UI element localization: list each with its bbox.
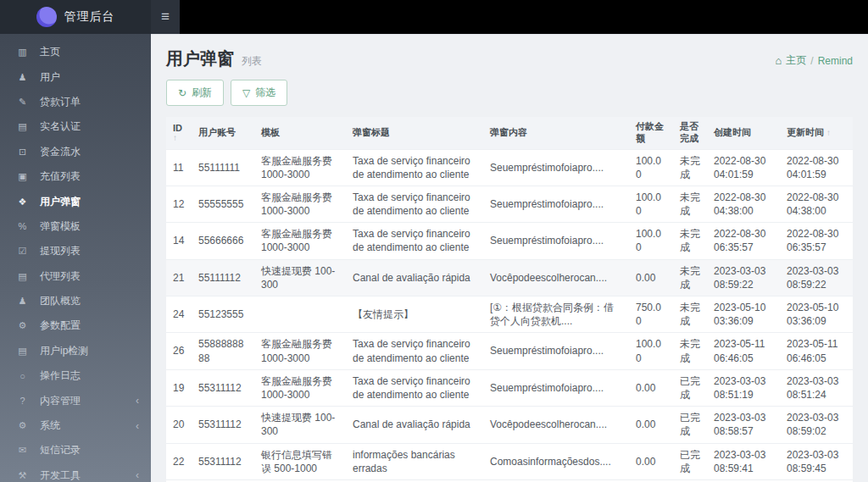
table-row[interactable]: 12 55555555 客服金融服务费 1000-3000 Taxa de se… xyxy=(166,186,853,222)
sidebar-item-loan-orders[interactable]: ✎ 贷款订单 xyxy=(0,90,151,114)
sidebar-item-operation-log[interactable]: ○ 操作日志 xyxy=(0,363,151,388)
table-row[interactable]: 22 55311112 银行信息填写错误 500-1000 informaçõe… xyxy=(166,443,853,479)
sidebar-toggle-button[interactable]: ≡ xyxy=(151,0,180,34)
sidebar-item-team-overview[interactable]: ♟ 团队概览 xyxy=(0,289,151,313)
refresh-button-label: 刷新 xyxy=(192,86,212,100)
cell-title: 【友情提示】 xyxy=(346,296,483,333)
cell-id: 21 xyxy=(166,259,192,296)
col-header-account[interactable]: 用户账号 xyxy=(192,117,254,149)
col-header-title[interactable]: 弹窗标题 xyxy=(346,117,483,149)
sidebar-item-popup-template[interactable]: % 弹窗模板 xyxy=(0,214,151,239)
table-row[interactable]: 24 55123555 【友情提示】 [①：根据贷款合同条例：借贷个人向贷款机.… xyxy=(166,296,853,333)
col-header-template[interactable]: 模板 xyxy=(254,117,346,149)
cell-template: 客服金融服务费 1000-3000 xyxy=(254,333,346,369)
cell-created: 2022-08-30 04:01:59 xyxy=(707,149,780,186)
cell-account: 55111112 xyxy=(192,259,254,296)
sort-asc-icon: ↑ xyxy=(826,128,831,137)
sidebar-item-content-mgmt[interactable]: ? 内容管理 ‹ xyxy=(0,388,151,413)
col-header-status[interactable]: 是否完成 xyxy=(673,117,707,149)
col-header-amount-label: 付款金额 xyxy=(636,121,664,143)
sidebar-item-fund-flow[interactable]: ⊡ 资金流水 xyxy=(0,140,151,164)
cell-id: 14 xyxy=(166,223,192,259)
sidebar-item-user-ip-check[interactable]: ▤ 用户ip检测 xyxy=(0,339,151,363)
refresh-icon: ↻ xyxy=(178,87,186,99)
cell-template: 客服金融服务费 1000-3000 xyxy=(254,369,346,406)
sidebar-item-label: 参数配置 xyxy=(40,319,81,333)
cell-updated: 2023-03-03 08:51:24 xyxy=(780,369,853,406)
cell-id: 22 xyxy=(166,443,192,479)
sidebar-item-users[interactable]: ♟ 用户 xyxy=(0,64,151,89)
table-row[interactable]: 19 55311112 客服金融服务费 1000-3000 Taxa de se… xyxy=(166,369,853,406)
sidebar-item-param-config[interactable]: ⚙ 参数配置 xyxy=(0,313,151,338)
sidebar-item-system[interactable]: ⚙ 系统 ‹ xyxy=(0,413,151,438)
sidebar-item-dev-tools[interactable]: ⚒ 开发工具 ‹ xyxy=(0,463,151,482)
home-icon: ⌂ xyxy=(775,54,782,67)
sidebar-item-recharge-list[interactable]: ▣ 充值列表 xyxy=(0,164,151,189)
sidebar-item-sms-records[interactable]: ✉ 短信记录 xyxy=(0,438,151,463)
sidebar-item-label: 充值列表 xyxy=(40,169,81,184)
table-row[interactable]: 21 55111112 快速提现费 100-300 Canal de avali… xyxy=(166,259,853,296)
table-row[interactable]: 26 5588888888 客服金融服务费 1000-3000 Taxa de … xyxy=(166,333,853,369)
main-content: 用户弹窗 列表 ⌂ 主页 / Remind ↻ 刷新 ▽ 筛选 ID xyxy=(151,34,868,482)
cell-updated: 2022-08-30 04:01:59 xyxy=(780,149,853,186)
table-row[interactable]: 11 55111111 客服金融服务费 1000-3000 Taxa de se… xyxy=(166,149,853,186)
cell-id: 11 xyxy=(166,149,192,186)
topbar: 管理后台 ≡ xyxy=(0,0,868,34)
cell-updated: 2023-03-03 08:59:22 xyxy=(780,259,853,296)
cell-status: 已完成 xyxy=(673,369,707,406)
id-card-icon: ▤ xyxy=(16,271,29,282)
cell-status: 未完成 xyxy=(673,333,707,369)
table-row[interactable]: 14 55666666 客服金融服务费 1000-3000 Taxa de se… xyxy=(166,223,853,259)
sort-asc-icon: ↑ xyxy=(173,133,185,142)
sidebar-item-user-popup[interactable]: ❖ 用户弹窗 xyxy=(0,189,151,213)
team-icon: ♟ xyxy=(16,296,29,307)
cell-account: 5588888888 xyxy=(192,333,254,369)
sidebar-item-label: 开发工具 xyxy=(40,468,81,482)
cell-content: Seuempréstimofoiapro.... xyxy=(483,149,629,186)
sidebar-item-label: 实名认证 xyxy=(40,119,81,134)
pen-icon: ✎ xyxy=(16,97,29,108)
refresh-button[interactable]: ↻ 刷新 xyxy=(166,80,224,106)
cell-title: Taxa de serviço financeiro de atendiment… xyxy=(346,223,483,259)
sidebar-item-label: 内容管理 xyxy=(40,394,81,408)
cell-content: Vocêpodeescolherocan.... xyxy=(483,259,629,296)
sidebar-item-label: 代理列表 xyxy=(40,269,81,284)
cell-created: 2023-05-10 03:36:09 xyxy=(707,296,780,333)
cell-content: Vocêpodeescolherocan.... xyxy=(483,407,629,443)
filter-button[interactable]: ▽ 筛选 xyxy=(231,80,287,106)
cell-id: 24 xyxy=(166,296,192,333)
col-header-content-label: 弹窗内容 xyxy=(490,127,527,137)
col-header-amount[interactable]: 付款金额 xyxy=(629,117,673,149)
cell-status: 未完成 xyxy=(673,259,707,296)
sidebar-item-withdraw-list[interactable]: ☑ 提现列表 xyxy=(0,239,151,263)
cell-updated: 2022-08-30 06:35:57 xyxy=(780,223,853,259)
cell-title: Canal de avaliação rápida xyxy=(346,259,483,296)
recharge-icon: ▣ xyxy=(16,171,29,182)
sidebar-item-label: 主页 xyxy=(40,45,60,59)
col-header-created[interactable]: 创建时间 xyxy=(707,117,780,149)
page-header: 用户弹窗 列表 ⌂ 主页 / Remind xyxy=(166,47,853,70)
sidebar-item-label: 操作日志 xyxy=(40,368,81,383)
cell-account: 55666666 xyxy=(192,223,254,259)
col-header-updated[interactable]: 更新时间↑ xyxy=(780,117,853,149)
cell-amount: 0.00 xyxy=(629,259,673,296)
cell-created: 2023-03-03 08:58:57 xyxy=(707,407,780,443)
cell-updated: 2023-03-03 08:59:45 xyxy=(780,443,853,479)
cell-id: 26 xyxy=(166,333,192,369)
table-row[interactable]: 20 55311112 快速提现费 100-300 Canal de avali… xyxy=(166,407,853,443)
sidebar-item-label: 用户 xyxy=(40,70,60,85)
col-header-content[interactable]: 弹窗内容 xyxy=(483,117,629,149)
breadcrumb-home-link[interactable]: 主页 xyxy=(786,53,806,68)
cell-amount: 100.00 xyxy=(629,223,673,259)
app-brand[interactable]: 管理后台 xyxy=(0,0,151,34)
sidebar-item-agent-list[interactable]: ▤ 代理列表 xyxy=(0,264,151,289)
col-header-account-label: 用户账号 xyxy=(198,127,236,137)
cell-status: 已完成 xyxy=(673,407,707,443)
sidebar-item-home[interactable]: ▥ 主页 xyxy=(0,40,151,64)
topbar-spacer xyxy=(180,0,868,34)
col-header-template-label: 模板 xyxy=(261,127,280,137)
sidebar-item-real-name-auth[interactable]: ▤ 实名认证 xyxy=(0,114,151,139)
cell-amount: 0.00 xyxy=(629,443,673,479)
cell-id: 19 xyxy=(166,369,192,406)
col-header-id[interactable]: ID ↑ xyxy=(166,117,192,149)
